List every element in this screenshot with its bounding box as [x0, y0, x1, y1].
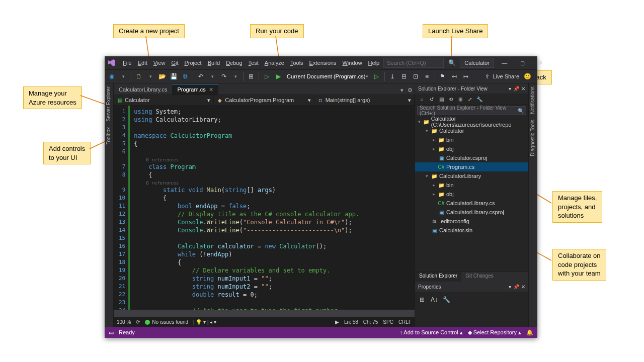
- tree-node[interactable]: ▸📁bin: [415, 180, 528, 190]
- output-icon[interactable]: ▭: [109, 329, 114, 336]
- tree-node[interactable]: C#Program.cs: [415, 162, 528, 171]
- gear-icon[interactable]: ⚙: [406, 86, 415, 95]
- server-explorer-tab[interactable]: Server Explorer: [105, 83, 113, 124]
- alpha-icon[interactable]: A↓: [429, 295, 439, 305]
- switch-view-icon[interactable]: ↺: [428, 95, 436, 103]
- menu-tools[interactable]: Tools: [287, 58, 306, 67]
- redo-menu[interactable]: [230, 71, 240, 81]
- back-nav-icon[interactable]: ◉: [107, 71, 117, 81]
- uncomment-icon[interactable]: ⊡: [411, 71, 421, 81]
- menu-view[interactable]: View: [150, 58, 169, 67]
- comment-icon[interactable]: ⊟: [399, 71, 409, 81]
- save-all-icon[interactable]: ⧉: [180, 71, 190, 81]
- tree-node[interactable]: ▾📁CalculatorLibrary: [415, 171, 528, 180]
- spacing-mode[interactable]: SPC: [383, 319, 393, 325]
- home-icon[interactable]: ⌂: [418, 95, 426, 103]
- undo-menu[interactable]: [207, 71, 217, 81]
- minimize-button[interactable]: —: [497, 57, 512, 68]
- horizontal-scrollbar[interactable]: [114, 310, 415, 317]
- left-tool-tabs: Server Explorer Toolbox: [105, 83, 114, 327]
- notifications-tab[interactable]: Notifications: [529, 83, 537, 117]
- callout-files: Manage files, projects, and solutions: [552, 191, 602, 223]
- solution-tree[interactable]: ▾📁Calculator (C:\Users\azureuser\source\…: [415, 116, 528, 272]
- tree-node[interactable]: ▸📁obj: [415, 190, 528, 199]
- git-changes-tab[interactable]: Git Changes: [461, 272, 498, 282]
- tree-node[interactable]: 🗎.editorconfig: [415, 217, 528, 226]
- run-outline-icon[interactable]: ▷: [262, 71, 272, 81]
- crumb-project[interactable]: ▤Calculator▾: [114, 95, 214, 105]
- props-pages-icon[interactable]: 🔧: [441, 295, 451, 305]
- collapse-icon[interactable]: ⤢: [466, 95, 474, 103]
- maximize-button[interactable]: ◻: [515, 57, 530, 68]
- feedback-icon[interactable]: 🙂: [522, 71, 532, 81]
- pane-close-icon[interactable]: ✕: [521, 86, 525, 92]
- save-icon[interactable]: 💾: [169, 71, 179, 81]
- zoom-level[interactable]: 100 %: [117, 319, 131, 325]
- select-repo[interactable]: ◆ Select Repository ▴: [468, 329, 521, 336]
- file-tab[interactable]: CalculatorLibrary.cs: [114, 84, 172, 95]
- tree-node[interactable]: ▣Calculator.sln: [415, 226, 528, 235]
- menu-build[interactable]: Build: [205, 58, 223, 67]
- solution-config-icon[interactable]: ⊞: [246, 71, 256, 81]
- props-pin-icon[interactable]: 📌: [513, 284, 519, 290]
- pane-menu-icon[interactable]: ▾: [509, 86, 511, 92]
- properties-title: Properties: [418, 284, 441, 290]
- menu-git[interactable]: Git: [168, 58, 181, 67]
- menu-project[interactable]: Project: [181, 58, 204, 67]
- run-no-debug-icon[interactable]: ▷: [372, 71, 382, 81]
- redo-icon[interactable]: ↷: [219, 71, 229, 81]
- menu-analyze[interactable]: Analyze: [262, 58, 287, 67]
- tree-root[interactable]: ▾📁Calculator (C:\Users\azureuser\source\…: [415, 117, 528, 126]
- tree-node[interactable]: ▣Calculator.csproj: [415, 153, 528, 162]
- crumb-method[interactable]: ◘Main(string[] args)▾: [314, 95, 415, 105]
- open-icon[interactable]: 📂: [157, 71, 167, 81]
- sync-icon[interactable]: ⟲: [447, 95, 455, 103]
- search-go-icon[interactable]: 🔍: [447, 58, 457, 68]
- menu-debug[interactable]: Debug: [223, 58, 245, 67]
- tree-node[interactable]: ▸📁bin: [415, 135, 528, 144]
- search-input[interactable]: [383, 58, 444, 68]
- properties-icon[interactable]: 🔧: [475, 95, 484, 103]
- back-nav-menu[interactable]: [118, 71, 128, 81]
- tree-node[interactable]: ▸📁obj: [415, 144, 528, 153]
- liveshare-icon[interactable]: ⇪: [485, 73, 490, 80]
- show-all-icon[interactable]: ⊞: [456, 95, 464, 103]
- indent-icon[interactable]: ≡: [422, 71, 432, 81]
- bookmark-icon[interactable]: ⚑: [438, 71, 448, 81]
- menu-file[interactable]: File: [120, 58, 135, 67]
- new-project-icon[interactable]: 🗋: [134, 71, 144, 81]
- tree-node[interactable]: C#CalculatorLibrary.cs: [415, 199, 528, 208]
- tree-node[interactable]: ▣CalculatorLibrary.csproj: [415, 208, 528, 217]
- pin-icon[interactable]: 📌: [513, 86, 519, 92]
- prev-bookmark-icon[interactable]: ↤: [449, 71, 459, 81]
- filter-icon[interactable]: ▤: [437, 95, 445, 103]
- solution-explorer-tab[interactable]: Solution Explorer: [415, 272, 461, 282]
- solution-search-input[interactable]: Search Solution Explorer - Folder View (…: [417, 106, 526, 115]
- preview-toggle-icon[interactable]: ▾: [398, 86, 406, 95]
- step-icon[interactable]: ⤓: [387, 71, 397, 81]
- file-tab[interactable]: Program.cs✕: [172, 84, 218, 95]
- menu-window[interactable]: Window: [339, 58, 365, 67]
- menu-extensions[interactable]: Extensions: [306, 58, 340, 67]
- props-close-icon[interactable]: ✕: [521, 284, 525, 290]
- diagnostic-tools-tab[interactable]: Diagnostic Tools: [529, 117, 537, 159]
- run-target-dropdown[interactable]: Current Document (Program.cs): [285, 73, 370, 79]
- vs-logo-icon: [108, 58, 116, 67]
- crumb-class[interactable]: ◆CalculatorProgram.Program▾: [214, 95, 314, 105]
- close-button[interactable]: ✕: [533, 57, 548, 68]
- line-ending-mode[interactable]: CRLF: [398, 319, 412, 325]
- code-editor[interactable]: 123456 78 910111213141516171819202122232…: [114, 106, 415, 310]
- menu-edit[interactable]: Edit: [135, 58, 150, 67]
- new-project-menu[interactable]: [145, 71, 155, 81]
- add-source-control[interactable]: ↑ Add to Source Control ▴: [399, 329, 462, 336]
- props-menu-icon[interactable]: ▾: [509, 284, 511, 290]
- next-bookmark-icon[interactable]: ↦: [461, 71, 471, 81]
- categorized-icon[interactable]: ⊞: [417, 295, 427, 305]
- menu-test[interactable]: Test: [246, 58, 262, 67]
- liveshare-button[interactable]: Live Share: [493, 73, 519, 79]
- menu-help[interactable]: Help: [365, 58, 383, 67]
- run-filled-icon[interactable]: ▶: [273, 71, 283, 81]
- notification-bell-icon[interactable]: 🔔: [526, 329, 533, 336]
- toolbox-tab[interactable]: Toolbox: [105, 124, 113, 147]
- undo-icon[interactable]: ↶: [196, 71, 206, 81]
